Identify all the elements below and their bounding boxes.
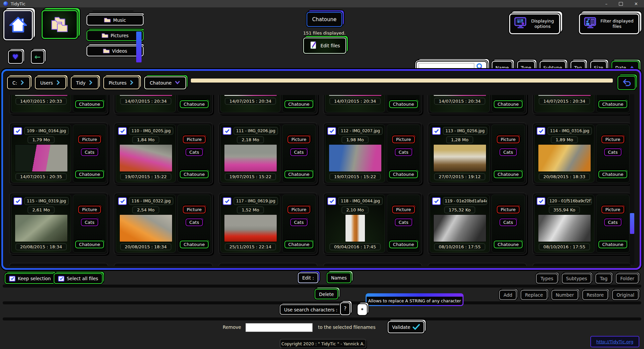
tag-chatoune[interactable]: Chatoune [75,100,104,108]
tag-cats[interactable]: Cats [604,218,622,226]
maximize-button[interactable] [619,2,623,6]
file-card[interactable]: 117 - IMG_0619.jpg 1,52 Mo 25/11/2015 : … [218,193,318,255]
file-checkbox[interactable] [13,127,22,135]
file-card[interactable]: 120 - 01f516ba9cf2f1bb9ba236cdb714110 35… [532,193,632,255]
select-all-files-button[interactable]: Select all files [54,273,103,284]
tag-chatoune[interactable]: Chatoune [598,170,628,178]
breadcrumb-item-tidy[interactable]: Tidy [71,77,99,89]
file-card-partial[interactable] [218,263,318,266]
edit-op-replace-disabled[interactable]: Replace [521,290,547,300]
home-button[interactable] [3,10,33,40]
file-card[interactable]: 109 - IMG_0164.jpg 1,79 Mo 14/07/2015 : … [9,122,108,185]
tag-cats[interactable]: Cats [395,218,413,226]
tag-cats[interactable]: Cats [499,148,517,156]
file-card[interactable]: 115 - IMG_0319.jpg 2,61 Mo 20/08/2015 : … [9,193,108,255]
tag-picture[interactable]: Picture [287,136,311,143]
edit-files-button[interactable]: Edit files [303,38,346,54]
tag-chatoune[interactable]: Chatoune [284,241,314,248]
tag-picture[interactable]: Picture [78,136,101,143]
breadcrumb-current[interactable]: Chatoune [144,77,186,89]
tag-cats[interactable]: Cats [395,148,413,156]
displaying-options-button[interactable]: Displaying options [509,13,560,34]
tag-chatoune[interactable]: Chatoune [284,170,314,178]
file-card-partial[interactable] [428,263,527,266]
edit-tab-tag-disabled[interactable]: Tag [595,273,612,284]
tag-chatoune[interactable]: Chatoune [180,170,209,178]
file-card[interactable]: 111 - IMG_0206.jpg 2,18 Mo 19/07/2015 : … [218,122,318,185]
breadcrumb-item-c[interactable]: C: [7,77,30,89]
close-button[interactable]: ✕ [634,2,638,6]
tag-chatoune[interactable]: Chatoune [494,100,523,108]
folder-button-pictures[interactable]: Pictures [87,30,144,41]
tag-chatoune[interactable]: Chatoune [284,100,314,108]
file-card-partial[interactable] [323,263,422,266]
tag-chatoune[interactable]: Chatoune [389,241,418,248]
file-checkbox[interactable] [118,127,127,135]
file-checkbox[interactable] [223,127,231,135]
tag-picture[interactable]: Picture [497,206,520,213]
use-search-characters-button[interactable]: Use search characters : [280,304,342,315]
file-checkbox[interactable] [432,197,441,205]
file-card[interactable]: 14/07/2015 : 20:34 Chatoune [532,95,632,114]
tag-picture[interactable]: Picture [392,136,415,143]
tag-chatoune[interactable]: Chatoune [389,170,418,178]
question-mark-button[interactable]: ? [340,302,350,315]
current-folder-button[interactable]: Chatoune [307,12,342,27]
tag-cats[interactable]: Cats [499,218,517,226]
minimize-button[interactable]: – [605,2,608,6]
tag-picture[interactable]: Picture [183,136,206,143]
tag-chatoune[interactable]: Chatoune [494,241,523,248]
edit-op-number-disabled[interactable]: Number [551,290,578,300]
file-card[interactable]: 14/07/2015 : 20:33 Chatoune [9,95,108,114]
tag-picture[interactable]: Picture [78,206,101,213]
tag-picture[interactable]: Picture [287,206,311,213]
file-card[interactable]: 114 - IMG_0316.jpg 1,89 Mo 20/08/2015 : … [532,122,632,185]
file-checkbox[interactable] [537,127,545,135]
folder-list-scrollbar[interactable] [136,32,142,62]
tag-chatoune[interactable]: Chatoune [598,241,628,248]
edit-tab-folder-disabled[interactable]: Folder [616,273,639,284]
file-checkbox[interactable] [327,197,336,205]
tag-chatoune[interactable]: Chatoune [180,100,209,108]
edit-tab-subtypes-disabled[interactable]: Subtypes [562,273,592,284]
file-card[interactable]: 118 - IMG_0044.jpg 2,10 Mo 09/04/2016 : … [323,193,422,255]
tag-cats[interactable]: Cats [81,148,99,156]
file-card[interactable]: 119 - 01e20bd1afa4e7d6de5b9344d61f6f 175… [428,193,527,255]
tag-chatoune[interactable]: Chatoune [494,170,523,178]
breadcrumb-item-pictures[interactable]: Pictures [103,77,140,89]
edit-names-tab[interactable]: Names [327,272,351,283]
favorites-button[interactable]: ♥ [8,50,23,64]
file-card[interactable]: 113 - IMG_0256.jpg 1,28 Mo 27/07/2015 : … [428,122,527,185]
browse-folders-button[interactable] [42,10,78,39]
edit-mode-button[interactable]: Edit : [298,272,318,283]
tag-chatoune[interactable]: Chatoune [75,241,104,248]
file-card[interactable]: 14/07/2015 : 20:34 Chatoune [218,95,318,114]
edit-op-original-disabled[interactable]: Original [612,290,639,300]
file-card-partial[interactable] [532,263,632,266]
file-card[interactable]: 112 - IMG_0207.jpg 1,98 Mo 19/07/2015 : … [323,122,422,185]
file-card-partial[interactable] [114,263,213,266]
validate-button[interactable]: Validate [388,321,424,333]
filter-files-button[interactable]: Filter displayed files [579,13,639,34]
tag-chatoune[interactable]: Chatoune [180,241,209,248]
file-card[interactable]: 116 - IMG_0322.jpg 2,54 Mo 20/08/2015 : … [114,193,213,255]
tag-picture[interactable]: Picture [497,136,520,143]
file-checkbox[interactable] [537,197,545,205]
folder-button-music[interactable]: Music [87,15,144,26]
tag-cats[interactable]: Cats [290,148,308,156]
grid-scrollbar-thumb[interactable] [630,213,634,234]
edit-tab-types-disabled[interactable]: Types [536,273,557,284]
tag-cats[interactable]: Cats [604,148,622,156]
edit-op-add-disabled[interactable]: Add [499,290,517,300]
tag-picture[interactable]: Picture [601,206,625,213]
folder-up-button[interactable] [618,76,636,90]
remove-input[interactable] [246,323,313,332]
tag-cats[interactable]: Cats [185,148,203,156]
tag-cats[interactable]: Cats [185,218,203,226]
tag-chatoune[interactable]: Chatoune [389,100,418,108]
file-checkbox[interactable] [327,127,336,135]
back-button[interactable]: ← [31,50,44,64]
tag-chatoune[interactable]: Chatoune [598,100,628,108]
file-checkbox[interactable] [13,197,22,205]
file-card[interactable]: 14/07/2015 : 20:34 Chatoune [323,95,422,114]
